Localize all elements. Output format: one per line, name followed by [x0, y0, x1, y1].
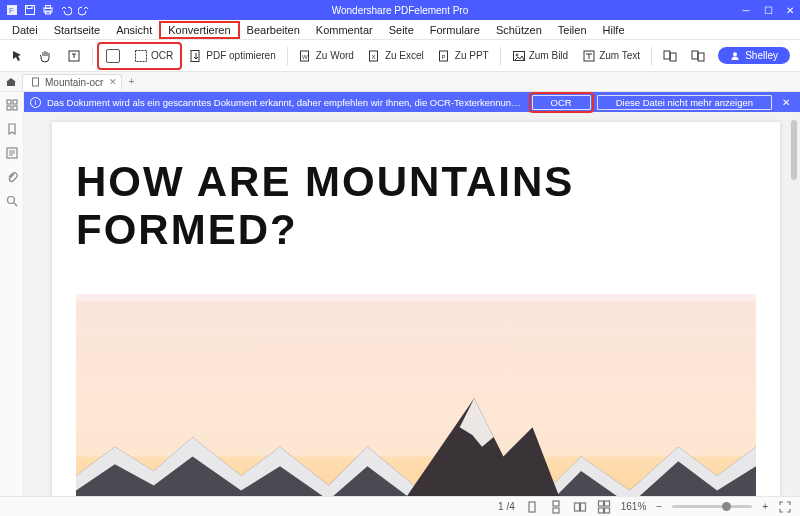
- home-icon: [5, 76, 17, 88]
- ocr-settings-button[interactable]: [101, 46, 125, 66]
- to-excel-label: Zu Excel: [385, 50, 424, 61]
- svg-rect-5: [46, 6, 51, 9]
- user-account-button[interactable]: Shelley: [718, 47, 790, 64]
- menu-formulare[interactable]: Formulare: [422, 22, 488, 38]
- menu-bearbeiten[interactable]: Bearbeiten: [239, 22, 308, 38]
- two-page-view-icon[interactable]: [573, 500, 587, 514]
- ppt-icon: P: [438, 49, 452, 63]
- toolbar-separator: [287, 47, 288, 65]
- svg-rect-9: [191, 50, 199, 61]
- to-text-button[interactable]: Zum Text: [577, 46, 645, 66]
- close-window-icon[interactable]: ✕: [784, 4, 796, 16]
- thumbnails-icon[interactable]: [5, 98, 19, 112]
- menu-teilen[interactable]: Teilen: [550, 22, 595, 38]
- zoom-in-button[interactable]: +: [762, 501, 768, 512]
- scrollbar-thumb[interactable]: [791, 120, 797, 180]
- app-logo-icon: F: [6, 4, 18, 16]
- svg-rect-21: [692, 51, 698, 59]
- to-excel-button[interactable]: XZu Excel: [363, 46, 429, 66]
- banner-close-icon[interactable]: ✕: [778, 97, 794, 108]
- svg-text:W: W: [302, 54, 308, 60]
- svg-rect-8: [136, 50, 147, 61]
- svg-rect-19: [664, 51, 670, 59]
- work-area: i Das Dokument wird als ein gescanntes D…: [0, 92, 800, 496]
- svg-rect-29: [7, 100, 11, 104]
- svg-point-34: [7, 197, 14, 204]
- redo-icon[interactable]: [78, 4, 90, 16]
- word-icon: W: [299, 49, 313, 63]
- zoom-slider[interactable]: [672, 505, 752, 508]
- to-epub-button[interactable]: [658, 46, 682, 66]
- toolbar-separator: [651, 47, 652, 65]
- zoom-level[interactable]: 161%: [621, 501, 647, 512]
- bookmark-icon[interactable]: [5, 122, 19, 136]
- menu-datei[interactable]: Datei: [4, 22, 46, 38]
- undo-icon[interactable]: [60, 4, 72, 16]
- save-icon[interactable]: [24, 4, 36, 16]
- user-name: Shelley: [745, 50, 778, 61]
- zoom-slider-knob[interactable]: [722, 502, 731, 511]
- maximize-icon[interactable]: ☐: [762, 4, 774, 16]
- zoom-out-button[interactable]: −: [656, 501, 662, 512]
- to-html-button[interactable]: [686, 46, 710, 66]
- attachments-icon[interactable]: [5, 170, 19, 184]
- svg-rect-45: [604, 508, 609, 513]
- svg-rect-30: [13, 100, 17, 104]
- hand-tool[interactable]: [34, 46, 58, 66]
- mountain-illustration-icon: [76, 301, 756, 496]
- document-tab[interactable]: Mountain-ocr ✕: [22, 74, 122, 90]
- toolbar: OCR PDF optimieren WZu Word XZu Excel PZ…: [0, 40, 800, 72]
- select-tool[interactable]: [6, 46, 30, 66]
- vertical-scrollbar[interactable]: [790, 116, 798, 492]
- svg-rect-41: [580, 503, 585, 511]
- svg-rect-3: [27, 6, 32, 9]
- print-icon[interactable]: [42, 4, 54, 16]
- ocr-label: OCR: [151, 50, 173, 61]
- menu-konvertieren[interactable]: Konvertieren: [160, 22, 238, 38]
- convert-icon: [691, 49, 705, 63]
- text-icon: [582, 49, 596, 63]
- menu-kommentar[interactable]: Kommentar: [308, 22, 381, 38]
- ocr-suggestion-banner: i Das Dokument wird als ein gescanntes D…: [24, 92, 800, 112]
- svg-rect-37: [529, 502, 535, 512]
- ocr-group: OCR: [99, 44, 180, 68]
- ocr-icon: [134, 49, 148, 63]
- title-bar: F Wondershare PDFelement Pro ─ ☐ ✕: [0, 0, 800, 20]
- banner-ocr-button[interactable]: OCR: [532, 95, 591, 110]
- status-bar: 1 /4 161% − +: [0, 496, 800, 516]
- menu-ansicht[interactable]: Ansicht: [108, 22, 160, 38]
- optimize-pdf-button[interactable]: PDF optimieren: [184, 46, 280, 66]
- ocr-button[interactable]: OCR: [129, 46, 178, 66]
- menu-startseite[interactable]: Startseite: [46, 22, 108, 38]
- menu-hilfe[interactable]: Hilfe: [595, 22, 633, 38]
- to-image-button[interactable]: Zum Bild: [507, 46, 573, 66]
- to-ppt-label: Zu PPT: [455, 50, 489, 61]
- to-text-label: Zum Text: [599, 50, 640, 61]
- svg-point-27: [733, 52, 737, 56]
- svg-rect-22: [698, 53, 704, 61]
- minimize-icon[interactable]: ─: [740, 4, 752, 16]
- menu-schuetzen[interactable]: Schützen: [488, 22, 550, 38]
- svg-rect-32: [13, 106, 17, 110]
- banner-dismiss-button[interactable]: Diese Datei nicht mehr anzeigen: [597, 95, 772, 110]
- document-tab-bar: Mountain-ocr ✕ +: [0, 72, 800, 92]
- pdf-page: HOW ARE MOUNTAINS FORMED?: [52, 122, 780, 496]
- menu-seite[interactable]: Seite: [381, 22, 422, 38]
- page-indicator[interactable]: 1 /4: [498, 501, 515, 512]
- svg-text:F: F: [9, 6, 14, 15]
- add-tab-button[interactable]: +: [122, 76, 140, 87]
- fullscreen-icon[interactable]: [778, 500, 792, 514]
- document-image: [76, 294, 756, 496]
- comments-icon[interactable]: [5, 146, 19, 160]
- svg-rect-20: [670, 53, 676, 61]
- toolbar-separator: [500, 47, 501, 65]
- close-tab-icon[interactable]: ✕: [109, 77, 117, 87]
- search-icon[interactable]: [5, 194, 19, 208]
- single-page-view-icon[interactable]: [525, 500, 539, 514]
- two-page-continuous-icon[interactable]: [597, 500, 611, 514]
- to-ppt-button[interactable]: PZu PPT: [433, 46, 494, 66]
- to-word-button[interactable]: WZu Word: [294, 46, 359, 66]
- text-select-tool[interactable]: [62, 46, 86, 66]
- continuous-view-icon[interactable]: [549, 500, 563, 514]
- home-tab[interactable]: [0, 76, 22, 88]
